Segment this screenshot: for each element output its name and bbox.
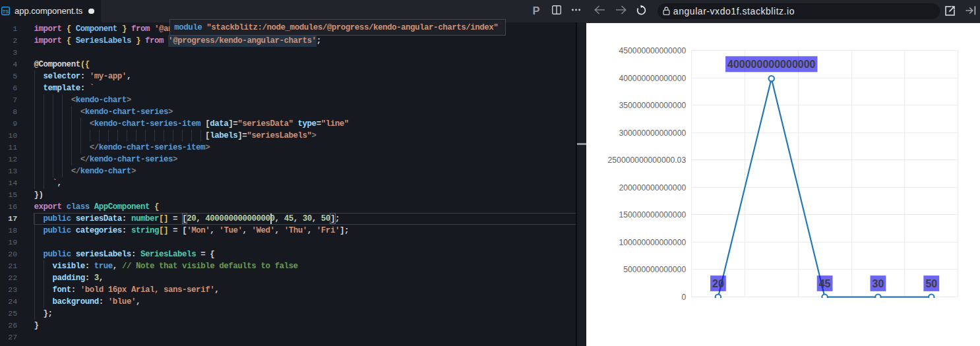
svg-text:TS: TS [3, 9, 9, 14]
svg-text:30: 30 [873, 278, 884, 289]
svg-text:50: 50 [925, 278, 937, 289]
svg-text:0: 0 [681, 293, 686, 302]
svg-text:200000000000000: 200000000000000 [619, 183, 687, 192]
svg-text:450000000000000: 450000000000000 [619, 46, 687, 55]
svg-text:250000000000000.03: 250000000000000.03 [608, 156, 687, 165]
svg-text:150000000000000: 150000000000000 [619, 210, 687, 219]
svg-text:45: 45 [819, 278, 831, 289]
svg-text:350000000000000: 350000000000000 [619, 101, 687, 110]
svg-text:100000000000000: 100000000000000 [619, 238, 687, 247]
svg-text:50000000000000: 50000000000000 [623, 265, 686, 274]
svg-text:300000000000000: 300000000000000 [619, 129, 687, 138]
svg-text:P: P [533, 5, 540, 16]
svg-text:20: 20 [712, 278, 724, 289]
svg-text:400000000000000: 400000000000000 [619, 74, 687, 83]
svg-text:400000000000000: 400000000000000 [727, 59, 816, 70]
